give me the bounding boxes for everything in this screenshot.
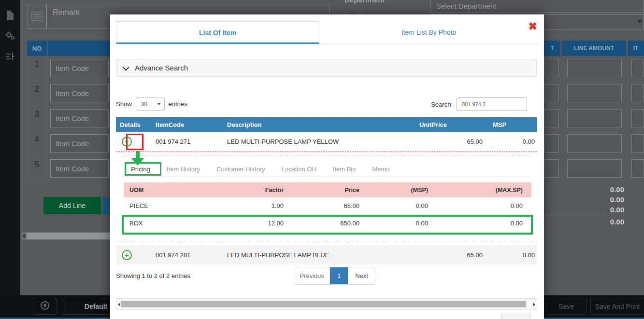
tab-item-history[interactable]: Item History [158, 162, 208, 177]
header-factor: Factor [213, 187, 292, 194]
item-code-input[interactable] [50, 109, 109, 127]
showing-entries-text: Showing 1 to 2 of 2 entries [116, 272, 190, 279]
save-and-print-button[interactable]: Save And Print [590, 298, 644, 315]
description-cell: LED MULTI-PURPOSE LAMP BLUE [227, 251, 411, 259]
save-button[interactable]: Save [546, 298, 587, 315]
scroll-left-icon[interactable] [22, 234, 25, 238]
line-amount-input[interactable] [567, 59, 622, 77]
col-header-line-amount: LINE AMOUNT [562, 41, 626, 56]
msp-cell: 0.00 [485, 138, 537, 145]
cell-input[interactable] [631, 84, 644, 102]
cell-input[interactable] [631, 159, 644, 178]
green-highlight-box-row [122, 215, 533, 235]
advance-search-toggle[interactable]: Advance Search [116, 59, 537, 77]
scroll-top-button[interactable] [33, 298, 57, 315]
row-number: 2 [27, 81, 47, 106]
next-page-button[interactable]: Next [348, 267, 375, 284]
select-caret-icon [157, 103, 161, 105]
row-number: 1 [27, 56, 47, 81]
cell-input[interactable] [544, 109, 559, 127]
maxsp-cell: 0.00 [437, 202, 531, 209]
department-label: Department [344, 0, 385, 4]
search-label: Search: [431, 101, 453, 108]
row-number: 3 [27, 106, 47, 131]
price-cell: 65.00 [292, 202, 368, 209]
previous-page-button[interactable]: Previous [294, 267, 330, 284]
department-select[interactable]: Select Department [430, 0, 644, 13]
header-msp[interactable]: MSP [485, 121, 537, 128]
grand-total-value: 0.00 [546, 217, 624, 227]
screen: Department Product Select Department NO … [0, 0, 644, 319]
scroll-left-icon[interactable] [118, 303, 120, 306]
close-icon[interactable]: ✖ [529, 21, 537, 32]
list-icon[interactable] [4, 51, 16, 62]
line-amount-input[interactable] [567, 134, 622, 153]
tab-memo[interactable]: Memo [364, 162, 398, 177]
totals-block: 0.00 0.00 0.00 0.00 [546, 184, 624, 227]
table-row: + 001 974 281 LED MULTI-PURPOSE LAMP BLU… [116, 245, 537, 264]
header-description[interactable]: Description [227, 121, 411, 128]
header-itemcode[interactable]: ItemCode [156, 121, 227, 128]
msp-cell: 0.00 [368, 202, 437, 209]
tab-customer-history[interactable]: Customer History [208, 162, 273, 177]
tab-item-bin[interactable]: Item Bin [325, 162, 364, 177]
cell-input[interactable] [544, 134, 559, 153]
msp-cell: 0.00 [485, 251, 537, 259]
unit-price-cell: 65.00 [411, 251, 485, 259]
item-code-input[interactable] [50, 59, 109, 77]
factor-cell: 1.00 [213, 202, 292, 209]
item-code-cell: 001 974 281 [156, 251, 227, 259]
tab-item-list-by-photo[interactable]: Item List By Photo [319, 21, 538, 43]
cell-input[interactable] [544, 84, 559, 102]
pricing-row-piece: PIECE 1.00 65.00 0.00 0.00 [124, 197, 531, 215]
cell-input[interactable] [544, 159, 559, 178]
modal-h-scrollbar[interactable] [116, 298, 537, 310]
detail-panel-border [123, 155, 530, 155]
copy-line-button-partial[interactable] [102, 197, 110, 214]
tab-list-of-item[interactable]: List Of Item [116, 21, 319, 43]
add-line-button[interactable]: Add Line [43, 197, 101, 214]
advance-search-label: Advance Search [135, 64, 188, 72]
page-size-value: 30 [141, 101, 147, 108]
totals-divider [546, 216, 624, 216]
uom-cell: PIECE [124, 202, 213, 209]
item-code-input[interactable] [50, 84, 109, 102]
cell-input[interactable] [631, 134, 644, 153]
remark-icon-cell [28, 4, 46, 29]
close-button-partial[interactable] [501, 313, 530, 319]
scrollbar-thumb[interactable] [27, 233, 110, 239]
page-size-select[interactable]: 30 [136, 97, 165, 111]
up-circle-icon [40, 301, 50, 310]
line-amount-input[interactable] [567, 109, 622, 127]
item-results-table: Details ItemCode Description UnitPrice M… [116, 117, 537, 151]
red-highlight-box [126, 134, 143, 150]
search-input[interactable] [457, 97, 527, 111]
results-table-header: Details ItemCode Description UnitPrice M… [116, 117, 537, 132]
line-amount-input[interactable] [567, 159, 622, 178]
tab-location-oh[interactable]: Location OH [273, 162, 325, 177]
item-code-input[interactable] [50, 159, 109, 178]
document-icon[interactable] [4, 10, 16, 21]
header-price: Price [292, 187, 368, 194]
header-details[interactable]: Details [116, 121, 156, 128]
scroll-right-icon[interactable] [533, 303, 535, 306]
memo-icon [31, 11, 43, 22]
description-cell: LED MULTI-PURPOSE LAMP YELLOW [227, 138, 411, 145]
cell-input[interactable] [631, 59, 644, 77]
cell-input[interactable] [544, 59, 559, 77]
discount-value: 0.00 [546, 194, 624, 205]
item-code-input[interactable] [50, 134, 109, 153]
gears-icon[interactable] [4, 30, 16, 42]
select-caret-icon [637, 20, 643, 23]
pagination: Previous 1 Next [294, 267, 375, 285]
col-header-amount-partial: T [544, 41, 560, 56]
expand-row-icon[interactable]: + [122, 250, 132, 260]
cell-input[interactable] [631, 109, 644, 127]
line-amount-input[interactable] [567, 84, 622, 102]
current-page-button[interactable]: 1 [330, 267, 348, 284]
background-h-scrollbar[interactable] [21, 232, 110, 240]
header-unitprice[interactable]: UnitPrice [411, 121, 485, 128]
modal-tab-bar: List Of Item Item List By Photo [116, 21, 538, 43]
scrollbar-thumb[interactable] [121, 301, 526, 307]
left-sidebar [0, 0, 20, 319]
